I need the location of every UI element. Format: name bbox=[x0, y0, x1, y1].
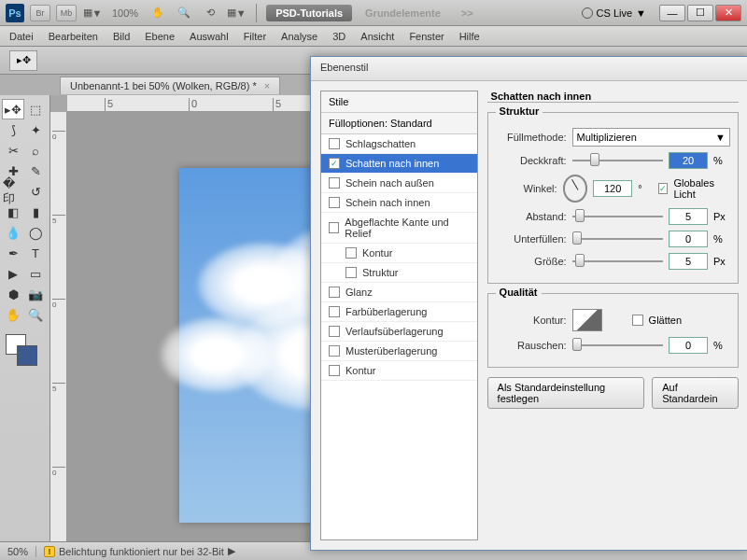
menu-3d[interactable]: 3D bbox=[332, 31, 345, 42]
hand-tool-icon[interactable]: ✋ bbox=[148, 5, 168, 21]
style-checkbox[interactable] bbox=[329, 306, 340, 317]
blend-mode-dropdown[interactable]: Multiplizieren▼ bbox=[572, 128, 730, 147]
maximize-button[interactable]: ☐ bbox=[687, 5, 713, 21]
brush-tool[interactable]: ✎ bbox=[24, 161, 47, 181]
style-checkbox[interactable] bbox=[345, 267, 357, 278]
3d-tool[interactable]: ⬢ bbox=[2, 284, 24, 304]
menu-hilfe[interactable]: Hilfe bbox=[459, 31, 480, 42]
eraser-tool[interactable]: ◧ bbox=[2, 202, 24, 222]
arrange-icon[interactable]: ▦▼ bbox=[82, 5, 103, 21]
noise-input[interactable] bbox=[669, 337, 708, 354]
style-row-2[interactable]: Schein nach außen bbox=[321, 174, 477, 193]
blur-tool[interactable]: 💧 bbox=[2, 222, 24, 243]
style-checkbox[interactable] bbox=[329, 138, 340, 149]
contour-picker[interactable] bbox=[572, 309, 602, 331]
style-row-6[interactable]: Struktur bbox=[321, 263, 477, 283]
close-button[interactable]: ✕ bbox=[715, 5, 741, 21]
style-row-10[interactable]: Musterüberlagerung bbox=[321, 342, 477, 361]
cslive-button[interactable]: CS Live bbox=[597, 7, 633, 19]
application-bar: Ps Br Mb ▦▼ 100% ✋ 🔍 ⟲ ▦▼ PSD-Tutorials … bbox=[0, 0, 747, 26]
fill-options-header[interactable]: Fülloptionen: Standard bbox=[321, 113, 477, 134]
menu-bearbeiten[interactable]: Bearbeiten bbox=[49, 31, 98, 42]
menu-fenster[interactable]: Fenster bbox=[409, 31, 444, 42]
workspace-grundelemente[interactable]: Grundelemente bbox=[358, 5, 448, 21]
size-slider[interactable] bbox=[572, 253, 663, 270]
zoom-tool-icon[interactable]: 🔍 bbox=[174, 5, 194, 21]
workspace-psdtutorials[interactable]: PSD-Tutorials bbox=[266, 5, 352, 21]
menu-ansicht[interactable]: Ansicht bbox=[360, 31, 394, 42]
style-row-11[interactable]: Kontur bbox=[321, 361, 477, 381]
style-row-3[interactable]: Schein nach innen bbox=[321, 193, 477, 213]
hand-tool[interactable]: ✋ bbox=[2, 304, 24, 325]
style-checkbox[interactable] bbox=[329, 326, 340, 337]
type-tool[interactable]: T bbox=[24, 243, 47, 263]
style-row-8[interactable]: Farbüberlagerung bbox=[321, 302, 477, 322]
eyedropper-tool[interactable]: ⌕ bbox=[24, 140, 47, 161]
make-default-button[interactable]: Als Standardeinstellung festlegen bbox=[487, 377, 645, 409]
style-checkbox[interactable] bbox=[329, 287, 340, 298]
status-zoom[interactable]: 50% bbox=[7, 546, 36, 557]
pen-tool[interactable]: ✒ bbox=[2, 243, 24, 263]
menu-filter[interactable]: Filter bbox=[244, 31, 266, 42]
crop-tool[interactable]: ✂ bbox=[2, 140, 24, 161]
gradient-tool[interactable]: ▮ bbox=[24, 202, 47, 222]
rotate-view-icon[interactable]: ⟲ bbox=[200, 5, 220, 21]
global-light-checkbox[interactable] bbox=[658, 183, 669, 194]
style-row-4[interactable]: Abgeflachte Kante und Relief bbox=[321, 213, 477, 244]
style-checkbox[interactable] bbox=[329, 345, 340, 357]
camera-tool[interactable]: 📷 bbox=[24, 284, 47, 304]
size-input[interactable] bbox=[669, 253, 708, 270]
style-row-5[interactable]: Kontur bbox=[321, 244, 477, 263]
styles-header[interactable]: Stile bbox=[321, 91, 477, 113]
style-checkbox[interactable] bbox=[329, 222, 339, 233]
distance-slider[interactable] bbox=[572, 208, 663, 225]
menu-analyse[interactable]: Analyse bbox=[281, 31, 317, 42]
background-color[interactable] bbox=[17, 345, 37, 366]
style-row-0[interactable]: Schlagschatten bbox=[321, 134, 477, 154]
lasso-tool[interactable]: ⟆ bbox=[2, 119, 24, 140]
opacity-slider[interactable] bbox=[572, 152, 663, 169]
move-tool[interactable]: ▸✥ bbox=[2, 99, 24, 119]
menu-datei[interactable]: Datei bbox=[9, 31, 34, 42]
style-checkbox[interactable] bbox=[329, 158, 340, 169]
path-selection-tool[interactable]: ▶ bbox=[2, 263, 24, 284]
clone-stamp-tool[interactable]: �印 bbox=[2, 181, 24, 202]
opacity-input[interactable] bbox=[669, 152, 708, 169]
choke-input[interactable] bbox=[669, 231, 708, 247]
distance-input[interactable] bbox=[669, 208, 708, 225]
extras-icon[interactable]: ▦▼ bbox=[226, 5, 247, 21]
style-checkbox[interactable] bbox=[329, 197, 340, 208]
color-swatches[interactable] bbox=[2, 332, 48, 366]
shape-tool[interactable]: ▭ bbox=[24, 263, 47, 284]
angle-input[interactable] bbox=[593, 180, 632, 197]
dialog-title: Ebenenstil bbox=[311, 57, 747, 81]
dodge-tool[interactable]: ◯ bbox=[24, 222, 47, 243]
document-tab[interactable]: Unbenannt-1 bei 50% (Wolken, RGB/8) *× bbox=[60, 77, 280, 94]
antialias-checkbox[interactable] bbox=[632, 315, 643, 326]
menu-ebene[interactable]: Ebene bbox=[145, 31, 175, 42]
quality-group: Qualität Kontur: Glätten Rauschen: % bbox=[487, 293, 739, 368]
choke-slider[interactable] bbox=[572, 231, 663, 247]
minibridge-button[interactable]: Mb bbox=[56, 5, 77, 21]
style-row-7[interactable]: Glanz bbox=[321, 283, 477, 302]
zoom-level[interactable]: 100% bbox=[108, 7, 142, 19]
menu-auswahl[interactable]: Auswahl bbox=[190, 31, 229, 42]
minimize-button[interactable]: — bbox=[659, 5, 685, 21]
style-checkbox[interactable] bbox=[329, 177, 340, 189]
magic-wand-tool[interactable]: ✦ bbox=[24, 119, 47, 140]
style-row-9[interactable]: Verlaufsüberlagerung bbox=[321, 322, 477, 342]
reset-default-button[interactable]: Auf Standardein bbox=[652, 377, 739, 409]
bridge-button[interactable]: Br bbox=[30, 5, 50, 21]
marquee-tool[interactable]: ⬚ bbox=[24, 99, 47, 119]
menu-bild[interactable]: Bild bbox=[113, 31, 130, 42]
style-row-1[interactable]: Schatten nach innen bbox=[321, 154, 477, 174]
workspace-more[interactable]: >> bbox=[454, 5, 481, 21]
history-brush-tool[interactable]: ↺ bbox=[24, 181, 47, 202]
style-checkbox[interactable] bbox=[345, 247, 357, 259]
noise-slider[interactable] bbox=[572, 337, 663, 354]
zoom-tool[interactable]: 🔍 bbox=[24, 304, 47, 325]
angle-dial[interactable] bbox=[563, 175, 588, 203]
style-checkbox[interactable] bbox=[329, 365, 340, 376]
close-tab-icon[interactable]: × bbox=[264, 80, 270, 91]
move-tool-preset[interactable]: ▸✥ bbox=[9, 50, 37, 71]
